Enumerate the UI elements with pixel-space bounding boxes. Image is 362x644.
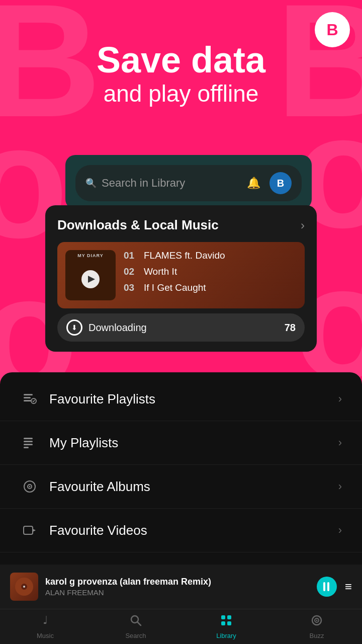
track-num-1: 01 — [124, 250, 138, 261]
search-icon: 🔍 — [85, 178, 97, 189]
pause-button[interactable] — [317, 577, 337, 597]
album-label: MY DIARY — [65, 253, 116, 258]
svg-rect-5 — [24, 441, 33, 442]
buzz-nav-label: Buzz — [310, 632, 324, 639]
search-actions: 🔔 B — [242, 172, 292, 194]
my-playlists-icon — [20, 433, 39, 452]
play-button[interactable] — [81, 270, 100, 288]
queue-button[interactable]: ≡ — [345, 580, 352, 594]
library-card: 🔍 Search in Library 🔔 B — [65, 155, 312, 209]
bottom-navigation: ♩ Music Search Library — [0, 609, 362, 644]
svg-rect-7 — [24, 447, 29, 448]
search-nav-label: Search — [125, 632, 146, 639]
downloads-chevron-icon[interactable]: › — [301, 218, 305, 232]
now-playing-info: karol g provenza (alan freeman Remix) AL… — [45, 577, 310, 597]
menu-item-favourite-videos[interactable]: Favourite Videos › — [0, 509, 362, 552]
now-playing-title: karol g provenza (alan freeman Remix) — [45, 577, 310, 587]
nav-item-music[interactable]: ♩ Music — [0, 614, 90, 639]
now-playing-bar: karol g provenza (alan freeman Remix) AL… — [0, 565, 362, 609]
now-playing-artist: ALAN FREEMAN — [45, 588, 310, 597]
menu-item-favourite-playlists[interactable]: Favourite Playlists › — [0, 377, 362, 421]
favourite-albums-chevron: › — [338, 480, 342, 493]
svg-rect-6 — [24, 444, 33, 445]
music-nav-icon: ♩ — [39, 614, 52, 630]
download-icon: ⬇ — [66, 319, 82, 336]
hero-title: Save data — [0, 40, 362, 80]
search-nav-icon — [129, 614, 142, 630]
library-nav-icon — [220, 614, 233, 630]
favourite-albums-icon — [20, 477, 39, 496]
nav-item-search[interactable]: Search — [90, 614, 181, 639]
my-playlists-chevron: › — [338, 436, 342, 449]
favourite-videos-icon — [20, 521, 39, 540]
track-name-3: If I Get Caught — [144, 282, 206, 293]
tracks-container: MY DIARY 01 FLAMES ft. Davido 02 Worth I… — [57, 242, 305, 308]
svg-rect-21 — [227, 615, 231, 619]
svg-rect-20 — [221, 615, 225, 619]
my-playlists-label: My Playlists — [49, 435, 338, 451]
favourite-playlists-icon — [20, 389, 39, 409]
library-nav-label: Library — [216, 632, 236, 639]
favourite-albums-label: Favourite Albums — [49, 479, 338, 495]
svg-rect-22 — [221, 621, 225, 625]
now-playing-controls: ≡ — [317, 577, 352, 597]
music-nav-label: Music — [37, 632, 54, 639]
svg-text:♩: ♩ — [43, 614, 48, 626]
favourite-videos-chevron: › — [338, 524, 342, 537]
search-placeholder: Search in Library — [102, 177, 185, 190]
favourite-playlists-label: Favourite Playlists — [49, 391, 338, 407]
svg-rect-0 — [24, 394, 33, 395]
track-name-2: Worth It — [144, 266, 177, 277]
play-icon — [88, 276, 95, 283]
svg-rect-23 — [227, 621, 231, 625]
pause-icon — [323, 582, 330, 591]
menu-item-my-playlists[interactable]: My Playlists › — [0, 421, 362, 465]
buzz-nav-icon — [310, 614, 323, 630]
track-item-2: 02 Worth It — [124, 266, 297, 277]
hero-section: Save data and play offline — [0, 40, 362, 108]
user-avatar-sm[interactable]: B — [269, 172, 292, 194]
track-list: 01 FLAMES ft. Davido 02 Worth It 03 If I… — [124, 250, 297, 293]
svg-point-26 — [316, 620, 318, 621]
logo-letter: B — [326, 21, 338, 39]
downloading-label: Downloading — [88, 322, 279, 334]
svg-rect-11 — [24, 526, 33, 534]
svg-line-19 — [138, 622, 141, 626]
track-name-1: FLAMES ft. Davido — [144, 250, 225, 261]
menu-item-favourite-albums[interactable]: Favourite Albums › — [0, 465, 362, 509]
track-item-1: 01 FLAMES ft. Davido — [124, 250, 297, 261]
favourite-videos-label: Favourite Videos — [49, 523, 338, 538]
track-item-3: 03 If I Get Caught — [124, 282, 297, 293]
svg-rect-2 — [24, 400, 32, 401]
track-num-3: 03 — [124, 282, 138, 293]
downloading-bar: ⬇ Downloading 78 — [57, 313, 305, 342]
nav-item-library[interactable]: Library — [181, 614, 272, 639]
svg-point-10 — [29, 486, 31, 488]
downloads-header: Downloads & Local Music › — [57, 217, 305, 233]
svg-rect-1 — [24, 397, 31, 398]
now-playing-art — [10, 573, 38, 601]
bell-button[interactable]: 🔔 — [242, 172, 264, 194]
favourite-playlists-chevron: › — [338, 392, 342, 406]
track-num-2: 02 — [124, 266, 138, 277]
svg-point-16 — [23, 586, 25, 588]
downloads-card: Downloads & Local Music › MY DIARY 01 FL… — [45, 205, 317, 352]
nav-item-buzz[interactable]: Buzz — [272, 614, 362, 639]
album-art: MY DIARY — [65, 250, 116, 300]
svg-rect-4 — [24, 438, 33, 439]
downloads-title: Downloads & Local Music — [57, 217, 219, 233]
hero-subtitle: and play offline — [0, 80, 362, 108]
downloading-count: 78 — [285, 322, 296, 334]
